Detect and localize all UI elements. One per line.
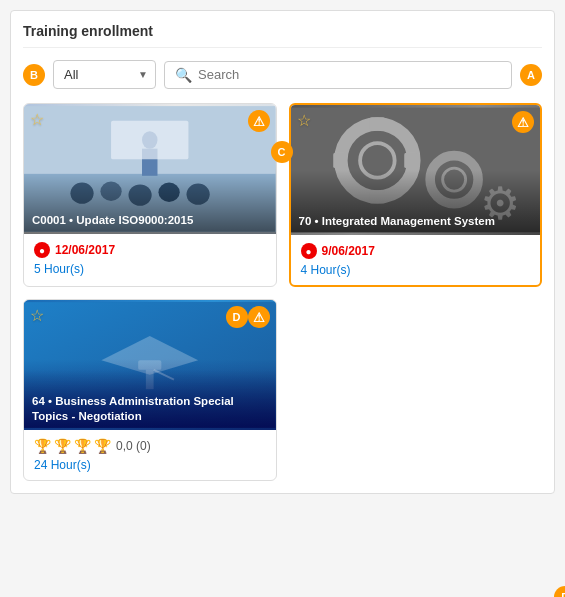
trophy-icon-3: 🏆: [74, 438, 91, 454]
cards-grid: ☆ ⚠ C0001 • Update ISO9000:2015 ● 12/06/…: [23, 103, 542, 481]
trophy-icon-4: 🏆: [94, 438, 111, 454]
badge-c-wrapper: C: [289, 299, 543, 481]
card-2-title: 70 • Integrated Management System: [291, 208, 541, 235]
svg-rect-14: [369, 117, 384, 130]
card-3-image: ☆ ⚠ D 64 • Business Administration Speci…: [24, 300, 276, 430]
card-3-rating-row: 🏆 🏆 🏆 🏆 0,0 (0): [34, 438, 266, 454]
badge-c: C: [271, 141, 293, 163]
warning-badge-card1: ⚠: [248, 110, 270, 132]
training-enrollment-panel: Training enrollment B All Enrolled Compl…: [10, 10, 555, 494]
card-2-date: 9/06/2017: [322, 244, 375, 258]
date-icon-card1: ●: [34, 242, 50, 258]
trophy-icon-2: 🏆: [54, 438, 71, 454]
star-icon-card3: ☆: [30, 306, 44, 325]
svg-rect-24: [138, 360, 161, 370]
svg-rect-17: [404, 153, 417, 168]
star-icon-card2: ☆: [297, 111, 311, 130]
warning-badge-card2: ⚠: [512, 111, 534, 133]
date-icon-card2: ●: [301, 243, 317, 259]
card-1-date: 12/06/2017: [55, 243, 115, 257]
warning-badge-card3: ⚠: [248, 306, 270, 328]
panel-title: Training enrollment: [23, 23, 542, 48]
search-icon: 🔍: [175, 67, 192, 83]
badge-a: A: [520, 64, 542, 86]
search-box: 🔍: [164, 61, 512, 89]
toolbar: B All Enrolled Completed Pending ▼ 🔍 A: [23, 60, 542, 89]
filter-wrapper: All Enrolled Completed Pending ▼: [53, 60, 156, 89]
card-2-date-row: ● 9/06/2017: [301, 243, 531, 259]
card-1-date-row: ● 12/06/2017: [34, 242, 266, 258]
card-3-body: 🏆 🏆 🏆 🏆 0,0 (0) 24 Hour(s): [24, 430, 276, 480]
filter-select[interactable]: All Enrolled Completed Pending: [53, 60, 156, 89]
star-icon-card1: ☆: [30, 110, 44, 129]
badge-d: D: [226, 306, 248, 328]
svg-rect-16: [333, 153, 346, 168]
badge-b: B: [23, 64, 45, 86]
card-2-body: ● 9/06/2017 4 Hour(s) E: [289, 235, 543, 287]
svg-rect-9: [111, 121, 188, 160]
card-1[interactable]: ☆ ⚠ C0001 • Update ISO9000:2015 ● 12/06/…: [23, 103, 277, 287]
search-input[interactable]: [198, 67, 501, 82]
card-3-hours: 24 Hour(s): [34, 458, 266, 472]
svg-line-26: [154, 370, 174, 380]
card-3-title: 64 • Business Administration Special Top…: [24, 388, 276, 430]
card-2[interactable]: ☆ ⚠ 70 • Integrated Management System ● …: [289, 103, 543, 287]
card-3-rating: 0,0 (0): [116, 439, 151, 453]
trophy-icon-1: 🏆: [34, 438, 51, 454]
card-2-image: ☆ ⚠ 70 • Integrated Management System: [291, 105, 541, 235]
card-2-hours: 4 Hour(s): [301, 263, 531, 277]
card-1-hours: 5 Hour(s): [34, 262, 266, 276]
svg-rect-25: [146, 370, 154, 389]
card-1-title: C0001 • Update ISO9000:2015: [24, 207, 276, 234]
card-1-body: ● 12/06/2017 5 Hour(s): [24, 234, 276, 284]
card-3[interactable]: ☆ ⚠ D 64 • Business Administration Speci…: [23, 299, 277, 481]
card-1-image: ☆ ⚠ C0001 • Update ISO9000:2015: [24, 104, 276, 234]
